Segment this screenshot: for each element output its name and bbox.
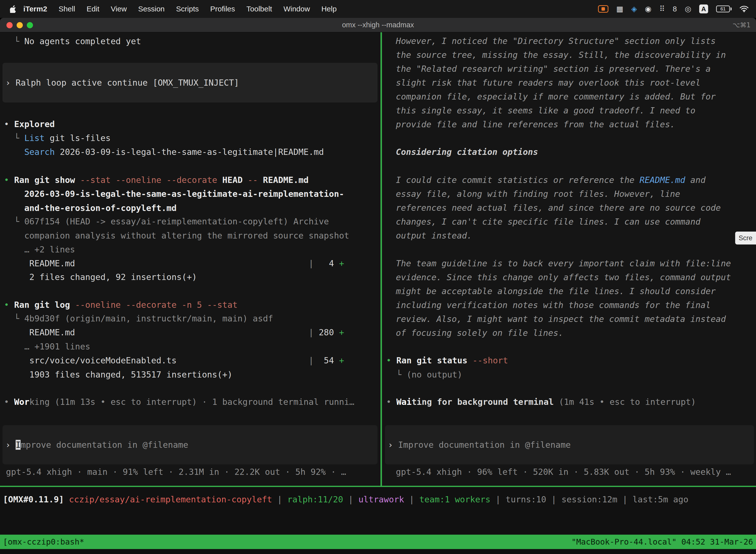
explored-list-line: └ List git ls-files <box>4 131 111 145</box>
command-continuation-line: and-the-erosion-of-copyleft.md <box>4 201 177 215</box>
blue-app-icon[interactable]: ◈ <box>631 5 637 13</box>
window-title-bar[interactable]: omx --xhigh --madmax ⌥⌘1 <box>0 18 756 32</box>
git-show-stat-readme: README.md | 4 + <box>4 257 344 270</box>
git-show-output-message: companion analysis without altering the … <box>4 229 349 242</box>
window-grid-icon[interactable]: ▦ <box>616 5 623 13</box>
battery-percent: 61 <box>716 5 730 12</box>
battery-icon[interactable]: 61 <box>716 5 732 12</box>
explored-header: • Explored <box>4 117 55 131</box>
apple-logo-icon <box>10 5 16 13</box>
omx-status-line: [OMX#0.11.9] cczip/essay/ai-reimplementa… <box>3 492 689 506</box>
model-status-line-right: gpt-5.4 xhigh · 96% left · 520K in · 5.8… <box>396 465 731 479</box>
ran-git-show-command: • Ran git show --stat --oneline --decora… <box>4 173 309 187</box>
terminal-pane-right[interactable]: However, I noticed the "Directory Struct… <box>382 32 756 486</box>
git-log-stat-summary: 1903 files changed, 513517 insertions(+) <box>4 368 233 382</box>
menu-item-session[interactable]: Session <box>132 5 170 13</box>
git-log-stat-readme: README.md | 280 + <box>4 325 344 339</box>
menu-bar: iTerm2 Shell Edit View Session Scripts P… <box>0 0 756 18</box>
menu-item-window[interactable]: Window <box>278 5 316 13</box>
keycap-icon[interactable]: 8 <box>673 5 677 13</box>
menu-item-scripts[interactable]: Scripts <box>170 5 205 13</box>
ralph-inject-banner: › Ralph loop active continue [OMX_TMUX_I… <box>2 63 378 103</box>
menu-bar-status-area: ▦ ◈ ◉ ⠿ 8 ◎ A 61 <box>598 4 749 13</box>
thinking-heading: Considering citation options <box>396 145 538 159</box>
command-continuation-line: 2026-03-09-is-legal-the-same-as-legitima… <box>4 187 344 201</box>
menu-item-shell[interactable]: Shell <box>53 5 81 13</box>
git-status-output: └ (no output) <box>386 368 462 382</box>
tmux-status-bar: [omx-cczip0:bash* "MacBook-Pro-44.local"… <box>0 535 756 549</box>
tab-shortcut: ⌥⌘1 <box>733 18 751 32</box>
menu-item-profiles[interactable]: Profiles <box>204 5 241 13</box>
dots-grid-icon[interactable]: ⠿ <box>659 5 665 13</box>
menu-item-view[interactable]: View <box>105 5 132 13</box>
menu-item-edit[interactable]: Edit <box>81 5 105 13</box>
wifi-icon[interactable] <box>740 5 749 12</box>
agents-note-line: └ No agents completed yet <box>4 34 141 48</box>
tmux-host-clock: "MacBook-Pro-44.local" 04:52 31-Mar-26 <box>571 537 753 547</box>
git-log-output-ellipsis: … +1901 lines <box>4 340 90 353</box>
tmux-session-name: [omx-cczip0:bash* <box>3 537 84 547</box>
input-source-icon[interactable]: A <box>699 4 708 13</box>
camera-icon[interactable]: ◎ <box>685 5 691 13</box>
desktop: { "menu_bar": { "items": ["iTerm2","Shel… <box>0 0 756 554</box>
working-status-line: • Working (11m 13s • esc to interrupt) ·… <box>4 395 354 409</box>
prompt-input-right[interactable]: › Improve documentation in @filename <box>385 425 754 464</box>
apple-menu[interactable] <box>10 5 16 13</box>
terminal-pane-left[interactable]: └ No agents completed yet › Ralph loop a… <box>0 32 380 486</box>
terminal-window: └ No agents completed yet › Ralph loop a… <box>0 32 756 554</box>
readme-link: README.md <box>640 175 685 185</box>
menu-item-help[interactable]: Help <box>316 5 342 13</box>
thinking-paragraph-3: The team guideline is to back every impo… <box>396 257 731 340</box>
omx-status-pane[interactable]: [OMX#0.11.9] cczip/essay/ai-reimplementa… <box>0 487 756 535</box>
thinking-paragraph-1: However, I noticed the "Directory Struct… <box>396 34 726 131</box>
screen-recording-icon[interactable] <box>598 5 609 13</box>
prompt-input-left[interactable]: › Improve documentation in @filename <box>2 425 378 464</box>
git-show-stat-summary: 2 files changed, 92 insertions(+) <box>4 270 197 284</box>
git-log-stat-voicemode: src/voice/voiceModeEnabled.ts | 54 + <box>4 353 344 367</box>
menu-item-toolbelt[interactable]: Toolbelt <box>241 5 278 13</box>
waiting-status-line: • Waiting for background terminal (1m 41… <box>386 395 696 409</box>
git-log-output-commit: └ 4b9d30f (origin/main, instructkr/main,… <box>4 312 273 325</box>
explored-search-line: Search 2026-03-09-is-legal-the-same-as-l… <box>4 145 324 159</box>
thinking-paragraph-2: I could cite commit statistics or refere… <box>396 173 721 242</box>
git-show-output-ellipsis: … +2 lines <box>4 242 75 257</box>
ran-git-log-command: • Ran git log --oneline --decorate -n 5 … <box>4 298 238 312</box>
dark-app-icon[interactable]: ◉ <box>645 5 651 13</box>
git-show-output-commit: └ 067f154 (HEAD -> essay/ai-reimplementa… <box>4 214 329 228</box>
model-status-line-left: gpt-5.4 xhigh · main · 91% left · 2.31M … <box>6 465 346 479</box>
menu-item-iterm2[interactable]: iTerm2 <box>16 5 53 13</box>
window-title: omx --xhigh --madmax <box>0 18 756 32</box>
ran-git-status-command: • Ran git status --short <box>386 353 508 367</box>
screen-share-tooltip: Scre <box>735 232 756 244</box>
